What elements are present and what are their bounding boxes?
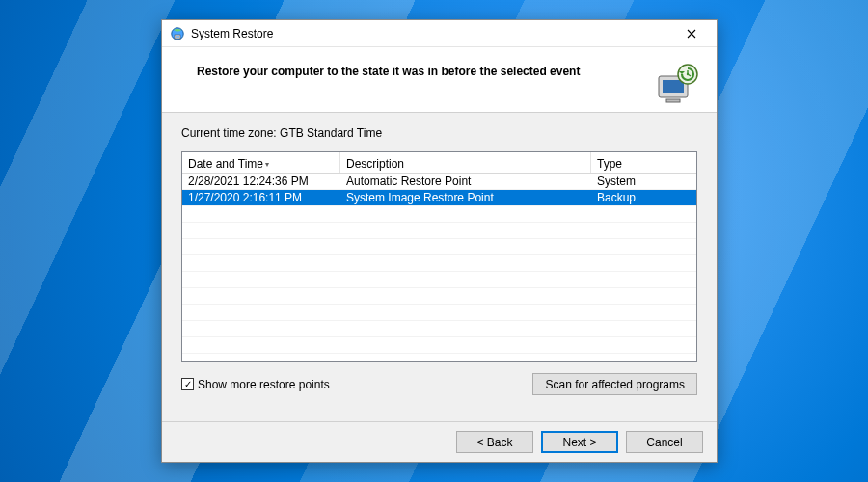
- cell-type: [591, 321, 696, 336]
- cell-date: .: [182, 305, 340, 320]
- table-row: .: [182, 239, 696, 255]
- cell-date: .: [182, 206, 340, 222]
- window-title: System Restore: [191, 27, 273, 40]
- table-row: .: [182, 288, 696, 305]
- col-header-type[interactable]: Type: [591, 152, 696, 173]
- cell-type: [591, 337, 696, 353]
- cell-date: 2/28/2021 12:24:36 PM: [182, 174, 340, 189]
- wizard-content: Current time zone: GTB Standard Time Dat…: [162, 113, 717, 421]
- col-header-description[interactable]: Description: [340, 152, 591, 173]
- cell-date: .: [182, 255, 340, 271]
- table-row: .: [182, 255, 696, 272]
- table-row: .: [182, 305, 696, 321]
- wizard-footer: < Back Next > Cancel: [162, 421, 717, 462]
- system-restore-icon: [170, 26, 185, 41]
- sort-indicator-icon: ▾: [265, 160, 269, 169]
- col-header-date[interactable]: Date and Time ▾: [182, 152, 340, 173]
- cell-description: [340, 255, 591, 271]
- wizard-heading: Restore your computer to the state it wa…: [197, 65, 580, 78]
- checkbox-box: ✓: [181, 378, 194, 390]
- scan-affected-button[interactable]: Scan for affected programs: [532, 373, 697, 395]
- col-header-type-label: Type: [597, 157, 622, 171]
- close-icon: [687, 29, 696, 39]
- titlebar: System Restore: [162, 20, 717, 47]
- table-row: .: [182, 337, 696, 354]
- cell-type: [591, 206, 696, 222]
- timezone-label: Current time zone: GTB Standard Time: [181, 126, 697, 140]
- cell-description: [340, 321, 591, 336]
- cell-date: .: [182, 337, 340, 353]
- cell-date: .: [182, 272, 340, 287]
- list-header-row: Date and Time ▾ Description Type: [182, 152, 696, 174]
- cell-description: [340, 272, 591, 287]
- next-button[interactable]: Next >: [541, 431, 618, 453]
- cell-type: [591, 223, 696, 238]
- table-row: .: [182, 321, 696, 337]
- cell-type: [591, 239, 696, 254]
- table-row[interactable]: 1/27/2020 2:16:11 PMSystem Image Restore…: [182, 190, 696, 206]
- back-button[interactable]: < Back: [456, 431, 533, 453]
- below-list-row: ✓ Show more restore points Scan for affe…: [181, 373, 697, 395]
- list-body: 2/28/2021 12:24:36 PMAutomatic Restore P…: [182, 174, 696, 354]
- cell-date: 1/27/2020 2:16:11 PM: [182, 190, 340, 205]
- cell-description: [340, 288, 591, 304]
- svg-rect-4: [663, 80, 684, 93]
- cell-date: .: [182, 239, 340, 254]
- table-row: .: [182, 272, 696, 288]
- cell-type: Backup: [591, 190, 696, 205]
- restore-hero-icon: [653, 61, 699, 107]
- cell-type: [591, 272, 696, 287]
- svg-rect-5: [666, 99, 680, 102]
- cell-description: Automatic Restore Point: [340, 174, 591, 189]
- table-row: .: [182, 223, 696, 239]
- col-header-desc-label: Description: [346, 157, 404, 171]
- table-row: .: [182, 206, 696, 223]
- cell-date: .: [182, 223, 340, 238]
- cell-type: [591, 255, 696, 271]
- cell-description: [340, 206, 591, 222]
- show-more-label: Show more restore points: [198, 378, 330, 391]
- cell-description: [340, 239, 591, 254]
- wizard-header: Restore your computer to the state it wa…: [162, 47, 717, 113]
- cell-description: System Image Restore Point: [340, 190, 591, 205]
- cell-description: [340, 305, 591, 320]
- system-restore-dialog: System Restore Restore your computer to …: [161, 19, 718, 463]
- table-row[interactable]: 2/28/2021 12:24:36 PMAutomatic Restore P…: [182, 174, 696, 190]
- col-header-date-label: Date and Time: [188, 157, 263, 171]
- show-more-checkbox[interactable]: ✓ Show more restore points: [181, 378, 330, 391]
- cell-description: [340, 337, 591, 353]
- cell-date: .: [182, 321, 340, 336]
- cell-type: [591, 305, 696, 320]
- cell-type: System: [591, 174, 696, 189]
- cancel-button[interactable]: Cancel: [626, 431, 703, 453]
- cell-description: [340, 223, 591, 238]
- svg-rect-2: [176, 36, 179, 38]
- restore-points-list[interactable]: Date and Time ▾ Description Type 2/28/20…: [181, 151, 697, 362]
- cell-date: .: [182, 288, 340, 304]
- cell-type: [591, 288, 696, 304]
- close-button[interactable]: [672, 23, 711, 44]
